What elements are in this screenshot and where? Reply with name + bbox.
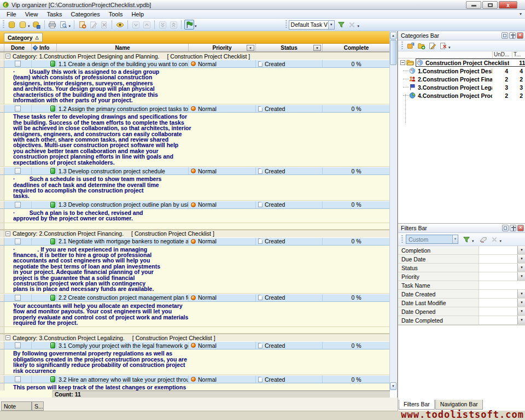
task-checkbox[interactable]	[15, 61, 21, 67]
combo-dropdown-icon[interactable]: ▼	[452, 235, 458, 243]
filter-value[interactable]	[479, 290, 517, 298]
new-database-icon[interactable]	[7, 20, 16, 30]
menu-categories[interactable]: Categories	[67, 10, 104, 18]
tree-category-item[interactable]: 4.Construction Project Procurin22	[398, 91, 525, 100]
clear-view-icon[interactable]	[347, 20, 357, 30]
task-checkbox[interactable]	[15, 295, 21, 301]
collapse-icon[interactable]: −	[5, 335, 10, 340]
move-up-icon[interactable]	[142, 20, 151, 30]
new-task-icon[interactable]	[77, 20, 87, 30]
total-column-header[interactable]: T...	[512, 51, 525, 58]
print-preview-icon[interactable]	[59, 20, 68, 30]
filter-dropdown-icon[interactable]: ▼	[517, 272, 525, 281]
apply-view-icon[interactable]	[336, 20, 346, 30]
delete-task-icon[interactable]	[99, 20, 109, 30]
scroll-down-icon[interactable]: ▼	[390, 382, 396, 390]
status-filter-dropdown-icon[interactable]: ▼	[313, 45, 321, 51]
filter-value[interactable]	[479, 307, 517, 316]
task-checkbox[interactable]	[15, 376, 21, 382]
tree-category-item[interactable]: 1.Construction Project Designir44	[398, 67, 525, 75]
tab-note[interactable]: Note	[1, 401, 32, 411]
move-down-icon[interactable]	[131, 20, 141, 30]
task-view-dropdown-icon[interactable]: ▾	[195, 24, 197, 28]
group-row[interactable]: −Category: 2.Construction Project Financ…	[0, 230, 390, 237]
task-checkbox[interactable]	[15, 202, 21, 208]
filter-dropdown-icon[interactable]: ▼	[517, 246, 525, 254]
task-row[interactable]: 1.3 Develop construction project schedul…	[0, 167, 390, 175]
filter-value[interactable]	[479, 281, 525, 289]
filter-dropdown-icon[interactable]: ▼	[517, 290, 525, 298]
filter-dropdown-icon[interactable]: ▼	[517, 255, 525, 263]
print-dropdown-icon[interactable]: ▾	[69, 24, 71, 28]
grid-vertical-scrollbar[interactable]: ▲ ▼	[389, 31, 396, 390]
maximize-button[interactable]	[482, 1, 498, 9]
task-view-combo[interactable]: Default Task V ▼	[289, 20, 335, 30]
panel-pin-icon[interactable]	[510, 225, 516, 231]
task-view-flag-icon[interactable]	[184, 20, 194, 30]
filter-value[interactable]	[479, 255, 517, 263]
task-row[interactable]: 1.2 Assign the primary construction proj…	[0, 104, 390, 113]
task-checkbox[interactable]	[15, 106, 21, 112]
panel-close-icon[interactable]	[517, 32, 523, 39]
print-icon[interactable]	[48, 20, 57, 30]
new-subcategory-icon[interactable]	[416, 41, 426, 51]
close-button[interactable]: x	[499, 1, 517, 9]
filter-value[interactable]	[479, 246, 517, 254]
filter-preset-combo[interactable]: Custom ▼	[406, 235, 458, 244]
combo-dropdown-icon[interactable]: ▼	[328, 21, 334, 29]
undone-column-header[interactable]: UnD...	[492, 51, 512, 58]
task-checkbox[interactable]	[15, 238, 21, 244]
tree-category-item[interactable]: 2.Construction Project Financir22	[398, 75, 525, 83]
group-by-category-button[interactable]: Category △	[4, 33, 43, 42]
tree-category-item[interactable]: 3.Construction Project Legalizi33	[398, 83, 525, 91]
priority-filter-dropdown-icon[interactable]: ▼	[247, 45, 254, 51]
save-database-icon[interactable]	[32, 20, 42, 30]
move-bottom-icon[interactable]	[158, 20, 167, 30]
minimize-button[interactable]	[466, 1, 481, 9]
panel-pin-icon[interactable]	[509, 32, 516, 39]
apply-filter-dropdown-icon[interactable]: ▾	[472, 239, 474, 243]
scrollbar-thumb[interactable]	[390, 40, 396, 65]
filter-dropdown-icon[interactable]: ▼	[517, 264, 525, 272]
menu-tasks[interactable]: Tasks	[42, 10, 66, 18]
new-category-list-icon[interactable]	[405, 41, 415, 51]
view-notes-icon[interactable]	[115, 20, 125, 30]
filters-toolbar-overflow-icon[interactable]: ▾	[500, 239, 502, 243]
tree-root-item[interactable]: −Construction Project Checklist1111	[398, 59, 525, 67]
collapse-icon[interactable]: −	[5, 231, 10, 236]
filter-value[interactable]	[479, 316, 517, 324]
delete-category-icon[interactable]	[438, 41, 448, 51]
group-row[interactable]: −Category: 3.Construction Project Legali…	[0, 334, 390, 341]
column-header-complete[interactable]: Complete	[323, 44, 390, 51]
task-row[interactable]: 2.1 Negotiate with mortgage bankers to n…	[0, 237, 390, 246]
filter-dropdown-icon[interactable]: ▼	[517, 316, 525, 324]
categories-toolbar-overflow-icon[interactable]: ▾	[448, 45, 451, 50]
column-header-name[interactable]: Name	[57, 44, 189, 51]
open-database-dropdown-icon[interactable]: ▾	[28, 24, 30, 28]
task-row[interactable]: 3.1 Comply your project with the legal f…	[0, 341, 390, 349]
panel-restore-icon[interactable]	[502, 225, 509, 231]
group-row[interactable]: −Category: 1.Construction Project Design…	[0, 52, 390, 60]
panel-restore-icon[interactable]	[501, 32, 508, 39]
selected-item-box[interactable]: Construction Project Checklist1111	[416, 59, 525, 67]
filter-dropdown-icon[interactable]: ▼	[517, 307, 525, 316]
tab-s[interactable]: S...	[32, 401, 44, 411]
edit-category-icon[interactable]	[427, 41, 437, 51]
filter-value[interactable]	[479, 272, 517, 281]
scroll-up-icon[interactable]: ▲	[390, 32, 396, 39]
menu-view[interactable]: View	[21, 10, 43, 18]
collapse-icon[interactable]: −	[400, 60, 405, 65]
task-row[interactable]: 1.3 Develop construction project outline…	[0, 201, 390, 209]
filter-dropdown-icon[interactable]: ▼	[517, 299, 525, 307]
task-row[interactable]: 3.2 Hire an attorney who will take your …	[0, 375, 390, 383]
column-header-done[interactable]: Done	[4, 44, 32, 51]
menu-file[interactable]: File	[2, 10, 21, 18]
menu-help[interactable]: Help	[127, 10, 148, 18]
open-database-icon[interactable]	[18, 20, 27, 30]
task-row[interactable]: 2.2 Create construction project manageme…	[0, 294, 390, 302]
tab-filters-bar[interactable]: Filters Bar	[399, 400, 435, 410]
panel-close-icon[interactable]	[517, 225, 524, 231]
column-header-info[interactable]: Info	[32, 44, 57, 51]
task-row[interactable]: 1.1 Create a design of the building you …	[0, 60, 390, 68]
collapse-icon[interactable]: −	[5, 54, 10, 59]
